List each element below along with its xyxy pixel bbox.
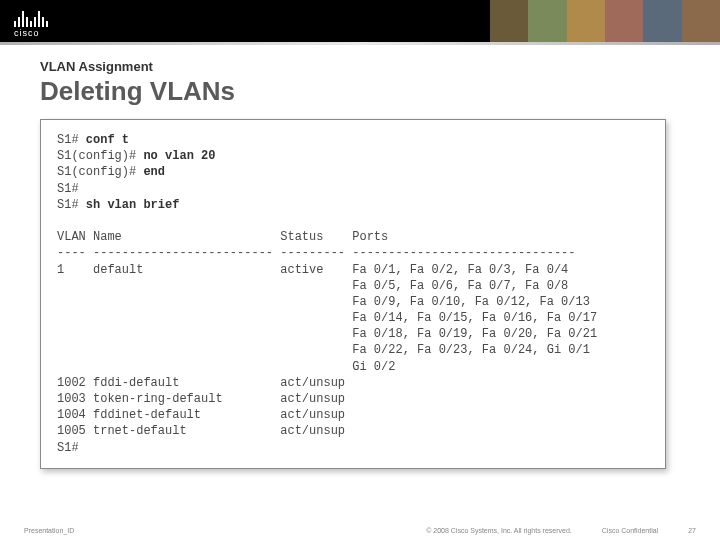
slide-subtitle: VLAN Assignment — [40, 59, 680, 74]
terminal-output: S1# conf t S1(config)# no vlan 20 S1(con… — [43, 122, 663, 466]
cisco-logo: cisco — [14, 9, 48, 38]
cisco-logo-text: cisco — [14, 28, 40, 38]
footer-copyright: © 2008 Cisco Systems, Inc. All rights re… — [426, 527, 572, 534]
footer-confidential: Cisco Confidential — [602, 527, 658, 534]
slide-title: Deleting VLANs — [40, 76, 680, 107]
header-photo-strip — [490, 0, 720, 42]
footer-presentation-id: Presentation_ID — [24, 527, 74, 534]
header-band: cisco — [0, 0, 720, 42]
terminal-frame: S1# conf t S1(config)# no vlan 20 S1(con… — [40, 119, 666, 469]
cisco-logo-bars — [14, 9, 48, 27]
slide-content: VLAN Assignment Deleting VLANs S1# conf … — [0, 45, 720, 469]
slide-footer: Presentation_ID © 2008 Cisco Systems, In… — [0, 527, 720, 534]
footer-page-number: 27 — [688, 527, 696, 534]
